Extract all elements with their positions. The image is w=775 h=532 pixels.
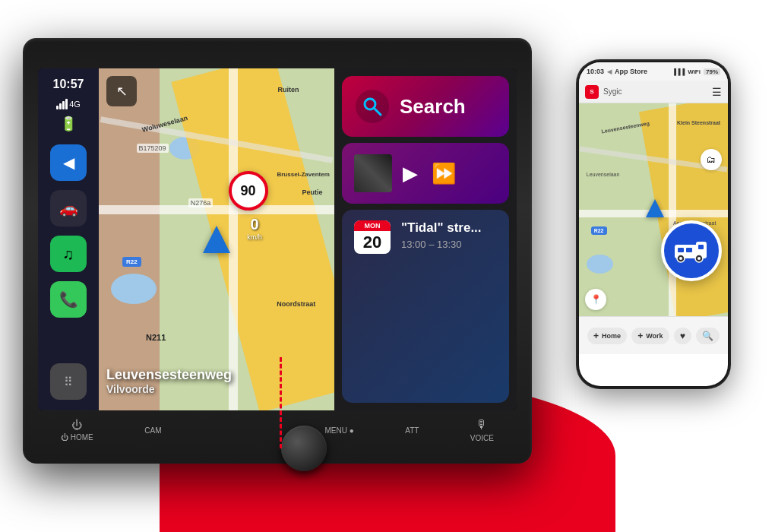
nav-arrow	[203, 226, 230, 253]
voice-button[interactable]: 🎙 VOICE	[470, 418, 494, 442]
album-art-image	[354, 154, 392, 192]
map-label-brussels: Brussel-Zaventem	[277, 171, 329, 178]
carplay-right-panel: Search ▶ ⏩	[334, 68, 517, 410]
att-label: ATT	[405, 426, 419, 435]
calendar-event-time: 13:00 – 13:30	[401, 239, 497, 250]
sidebar-time: 10:57	[53, 78, 84, 91]
home-dest-button[interactable]: + Home	[587, 328, 627, 344]
phone-search-icon: 🔍	[702, 331, 713, 341]
map-label-rutten: Ruiten	[278, 86, 299, 93]
phone-app-icon[interactable]: 📞	[50, 281, 87, 318]
calendar-month: MON	[354, 220, 391, 231]
turn-arrow-icon: ↖	[116, 83, 128, 100]
speed-limit-value: 90	[240, 183, 255, 199]
calendar-day: 20	[354, 231, 391, 254]
scene: 10:57 4G 🔋 ◀	[0, 0, 775, 532]
street-label-bottom: Leuvensesteenweg Vilvoorde	[106, 367, 327, 395]
home-label: ⏻ HOME	[61, 433, 93, 442]
phone-battery-indicator: 79%	[704, 68, 720, 75]
carplay-sidebar: 10:57 4G 🔋 ◀	[38, 68, 99, 410]
head-unit-screen: 10:57 4G 🔋 ◀	[38, 68, 517, 410]
phone-carrier: ◀	[607, 68, 612, 75]
navigation-icon: ◀	[63, 154, 74, 172]
skip-button[interactable]: ⏩	[432, 162, 456, 185]
svg-rect-6	[698, 245, 704, 249]
menu-button[interactable]: MENU ●	[324, 426, 353, 435]
phone-battery-value: 79	[706, 68, 713, 75]
map-label-noordstraat: Noordstraat	[277, 300, 315, 308]
phone-search-button[interactable]: 🔍	[696, 328, 720, 344]
calendar-info: "Tidal" stre... 13:00 – 13:30	[401, 220, 497, 250]
home-dest-label: Home	[602, 332, 621, 340]
att-button[interactable]: ATT	[405, 426, 419, 435]
heart-icon: ♥	[680, 331, 685, 341]
navigation-app-icon[interactable]: ◀	[50, 144, 87, 181]
home-button[interactable]: ⏻ ⏻ HOME	[61, 419, 93, 442]
favorites-button[interactable]: ♥	[674, 328, 691, 344]
menu-label: MENU ●	[324, 426, 353, 435]
home-icon: ⏻	[71, 419, 82, 431]
cam-label: CAM	[144, 426, 161, 435]
control-knob[interactable]	[281, 426, 327, 471]
street-name: Leuvensesteenweg	[106, 367, 327, 383]
signal-bars-icon	[56, 99, 68, 109]
phone-time: 10:03	[587, 68, 604, 75]
phone-icon: 📞	[59, 290, 78, 309]
phone-map-label-2: Klein Steenstraat	[677, 120, 720, 125]
grid-icon: ⠿	[64, 375, 73, 389]
map-label-n211: N211	[146, 333, 166, 342]
work-dest-button[interactable]: + Work	[631, 328, 669, 344]
voice-icon: 🎙	[476, 418, 488, 432]
rv-badge	[661, 220, 722, 281]
street-city: Vilvoorde	[106, 383, 327, 395]
work-dest-icon: +	[637, 331, 643, 341]
turn-indicator: ↖	[106, 76, 137, 106]
signal-bar-1	[56, 106, 59, 109]
phone-location-button[interactable]: 📍	[585, 289, 606, 310]
phone-map: R22 Leuvensesteenweg Klein Steenstraat L…	[579, 103, 728, 316]
speed-sign: 90	[229, 171, 268, 211]
search-tile[interactable]: Search	[342, 76, 509, 137]
phone-toolbar: + Home + Work ♥ 🔍	[579, 316, 728, 354]
phone-signal-icon: ▐▐▐	[672, 68, 685, 75]
grid-app-icon[interactable]: ⠿	[50, 363, 87, 400]
phone-app-store: App Store	[615, 68, 647, 75]
svg-point-10	[698, 257, 701, 260]
head-unit-bezel: 10:57 4G 🔋 ◀	[23, 38, 532, 464]
distance-marker-2: N276a	[188, 198, 214, 207]
phone-layers-button[interactable]: 🗂	[701, 149, 722, 170]
current-speed-value: 0	[250, 216, 258, 233]
spotify-icon: ♫	[63, 245, 74, 263]
dashed-connecting-line	[280, 357, 282, 448]
road-horizontal	[99, 205, 334, 214]
map-background: R22 Woluweselaan Peutie Ruiten N211 Noor…	[99, 68, 334, 410]
phone-status-left: 10:03 ◀ App Store	[587, 68, 647, 75]
svg-point-8	[679, 257, 682, 260]
signal-bar-3	[62, 101, 65, 109]
cam-button[interactable]: CAM	[144, 426, 161, 435]
signal-label: 4G	[69, 100, 81, 109]
search-label: Search	[400, 95, 466, 119]
music-tile[interactable]: ▶ ⏩	[342, 143, 509, 204]
calendar-tile[interactable]: MON 20 "Tidal" stre... 13:00 – 13:30	[342, 210, 509, 403]
phone-status-bar: 10:03 ◀ App Store ▐▐▐ WiFi 79%	[579, 62, 728, 81]
phone-nav-arrow	[646, 199, 664, 217]
map-label-peutie: Peutie	[302, 188, 322, 196]
sygic-logo: S	[585, 85, 599, 99]
play-button[interactable]: ▶	[403, 162, 418, 185]
svg-line-1	[374, 108, 381, 115]
calendar-event-title: "Tidal" stre...	[401, 220, 497, 236]
signal-bar-2	[59, 103, 62, 109]
hamburger-menu-icon[interactable]: ☰	[712, 86, 722, 98]
map-area: R22 Woluweselaan Peutie Ruiten N211 Noor…	[99, 68, 334, 410]
phone-r22-badge: R22	[591, 226, 607, 235]
signal-bar-4	[65, 99, 68, 109]
phone-wifi-icon: WiFi	[688, 68, 701, 75]
speed-unit: km/h	[247, 233, 262, 241]
spotify-app-icon[interactable]: ♫	[50, 236, 87, 272]
music-controls: ▶ ⏩	[403, 162, 456, 185]
phone-device: 10:03 ◀ App Store ▐▐▐ WiFi 79% S	[577, 61, 729, 388]
music-album-art	[354, 154, 392, 192]
svg-rect-4	[678, 248, 684, 252]
maps-app-icon[interactable]: 🚗	[50, 190, 87, 226]
